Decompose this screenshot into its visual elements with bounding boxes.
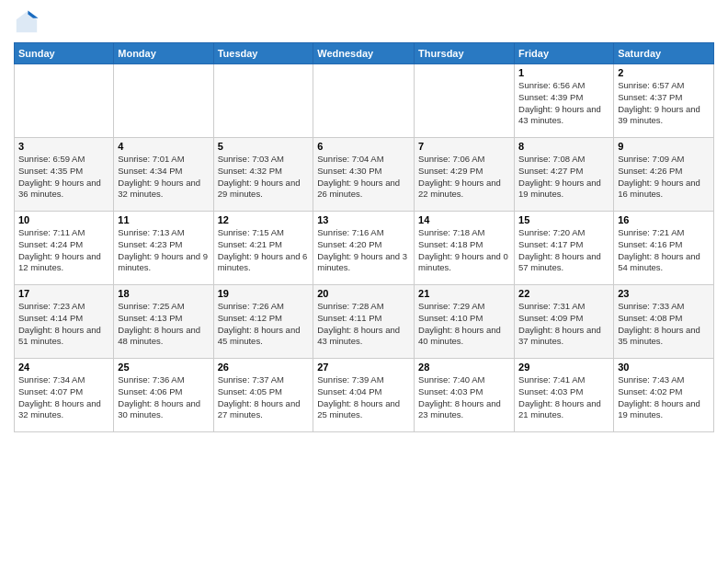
day-cell [415,64,515,138]
day-number: 5 [218,141,310,152]
day-cell: 16Sunrise: 7:21 AM Sunset: 4:16 PM Dayli… [614,212,714,285]
day-number: 1 [518,67,609,78]
day-info: Sunrise: 7:33 AM Sunset: 4:08 PM Dayligh… [618,301,710,348]
weekday-header-tuesday: Tuesday [213,43,313,64]
day-number: 25 [118,362,209,373]
day-info: Sunrise: 7:28 AM Sunset: 4:11 PM Dayligh… [317,301,410,348]
day-cell: 21Sunrise: 7:29 AM Sunset: 4:10 PM Dayli… [415,285,515,359]
day-number: 26 [218,362,310,373]
day-number: 12 [218,214,310,225]
day-cell: 29Sunrise: 7:41 AM Sunset: 4:03 PM Dayli… [515,359,614,432]
day-info: Sunrise: 7:13 AM Sunset: 4:23 PM Dayligh… [118,227,209,274]
day-cell: 13Sunrise: 7:16 AM Sunset: 4:20 PM Dayli… [313,212,415,285]
day-info: Sunrise: 7:08 AM Sunset: 4:27 PM Dayligh… [518,154,609,201]
day-number: 29 [518,362,609,373]
week-row-5: 24Sunrise: 7:34 AM Sunset: 4:07 PM Dayli… [15,359,714,432]
day-number: 15 [518,214,609,225]
day-cell: 14Sunrise: 7:18 AM Sunset: 4:18 PM Dayli… [415,212,515,285]
week-row-2: 3Sunrise: 6:59 AM Sunset: 4:35 PM Daylig… [15,138,714,212]
day-info: Sunrise: 7:11 AM Sunset: 4:24 PM Dayligh… [18,227,109,274]
day-cell: 8Sunrise: 7:08 AM Sunset: 4:27 PM Daylig… [515,138,614,212]
day-cell: 15Sunrise: 7:20 AM Sunset: 4:17 PM Dayli… [515,212,614,285]
day-info: Sunrise: 7:04 AM Sunset: 4:30 PM Dayligh… [317,154,410,201]
day-cell: 17Sunrise: 7:23 AM Sunset: 4:14 PM Dayli… [15,285,114,359]
day-number: 9 [618,141,710,152]
weekday-header-monday: Monday [114,43,213,64]
day-number: 6 [317,141,410,152]
day-number: 17 [18,288,109,299]
day-cell: 1Sunrise: 6:56 AM Sunset: 4:39 PM Daylig… [515,64,614,138]
weekday-header-saturday: Saturday [614,43,714,64]
day-number: 28 [418,362,510,373]
day-info: Sunrise: 7:31 AM Sunset: 4:09 PM Dayligh… [518,301,609,348]
weekday-header-wednesday: Wednesday [313,43,415,64]
day-cell: 25Sunrise: 7:36 AM Sunset: 4:06 PM Dayli… [114,359,213,432]
day-cell [313,64,415,138]
day-cell: 6Sunrise: 7:04 AM Sunset: 4:30 PM Daylig… [313,138,415,212]
day-number: 20 [317,288,410,299]
day-number: 2 [618,67,710,78]
page-container: SundayMondayTuesdayWednesdayThursdayFrid… [0,0,728,442]
day-info: Sunrise: 7:16 AM Sunset: 4:20 PM Dayligh… [317,227,410,274]
day-info: Sunrise: 7:39 AM Sunset: 4:04 PM Dayligh… [317,374,410,421]
day-cell: 28Sunrise: 7:40 AM Sunset: 4:03 PM Dayli… [415,359,515,432]
day-cell: 22Sunrise: 7:31 AM Sunset: 4:09 PM Dayli… [515,285,614,359]
day-cell: 4Sunrise: 7:01 AM Sunset: 4:34 PM Daylig… [114,138,213,212]
day-cell: 18Sunrise: 7:25 AM Sunset: 4:13 PM Dayli… [114,285,213,359]
week-row-1: 1Sunrise: 6:56 AM Sunset: 4:39 PM Daylig… [15,64,714,138]
day-info: Sunrise: 6:56 AM Sunset: 4:39 PM Dayligh… [518,80,609,127]
day-info: Sunrise: 7:40 AM Sunset: 4:03 PM Dayligh… [418,374,510,421]
weekday-header-thursday: Thursday [415,43,515,64]
day-info: Sunrise: 7:03 AM Sunset: 4:32 PM Dayligh… [218,154,310,201]
day-number: 16 [618,214,710,225]
day-cell: 11Sunrise: 7:13 AM Sunset: 4:23 PM Dayli… [114,212,213,285]
day-cell: 30Sunrise: 7:43 AM Sunset: 4:02 PM Dayli… [614,359,714,432]
day-number: 21 [418,288,510,299]
week-row-3: 10Sunrise: 7:11 AM Sunset: 4:24 PM Dayli… [15,212,714,285]
day-cell [15,64,114,138]
day-number: 11 [118,214,209,225]
day-cell: 24Sunrise: 7:34 AM Sunset: 4:07 PM Dayli… [15,359,114,432]
day-info: Sunrise: 7:23 AM Sunset: 4:14 PM Dayligh… [18,301,109,348]
day-cell: 19Sunrise: 7:26 AM Sunset: 4:12 PM Dayli… [213,285,313,359]
day-info: Sunrise: 7:01 AM Sunset: 4:34 PM Dayligh… [118,154,209,201]
day-cell: 2Sunrise: 6:57 AM Sunset: 4:37 PM Daylig… [614,64,714,138]
day-number: 23 [618,288,710,299]
day-cell [213,64,313,138]
day-info: Sunrise: 7:20 AM Sunset: 4:17 PM Dayligh… [518,227,609,274]
day-number: 7 [418,141,510,152]
calendar-table: SundayMondayTuesdayWednesdayThursdayFrid… [14,42,714,432]
day-number: 24 [18,362,109,373]
day-cell [114,64,213,138]
day-info: Sunrise: 7:26 AM Sunset: 4:12 PM Dayligh… [218,301,310,348]
day-info: Sunrise: 7:41 AM Sunset: 4:03 PM Dayligh… [518,374,609,421]
day-cell: 3Sunrise: 6:59 AM Sunset: 4:35 PM Daylig… [15,138,114,212]
day-info: Sunrise: 7:18 AM Sunset: 4:18 PM Dayligh… [418,227,510,274]
day-cell: 5Sunrise: 7:03 AM Sunset: 4:32 PM Daylig… [213,138,313,212]
day-number: 18 [118,288,209,299]
day-number: 27 [317,362,410,373]
day-cell: 23Sunrise: 7:33 AM Sunset: 4:08 PM Dayli… [614,285,714,359]
day-number: 22 [518,288,609,299]
logo-icon [14,9,40,35]
day-info: Sunrise: 7:09 AM Sunset: 4:26 PM Dayligh… [618,154,710,201]
day-number: 10 [18,214,109,225]
day-cell: 12Sunrise: 7:15 AM Sunset: 4:21 PM Dayli… [213,212,313,285]
header [14,9,714,35]
day-info: Sunrise: 7:25 AM Sunset: 4:13 PM Dayligh… [118,301,209,348]
day-number: 8 [518,141,609,152]
day-info: Sunrise: 7:37 AM Sunset: 4:05 PM Dayligh… [218,374,310,421]
day-cell: 20Sunrise: 7:28 AM Sunset: 4:11 PM Dayli… [313,285,415,359]
day-info: Sunrise: 7:36 AM Sunset: 4:06 PM Dayligh… [118,374,209,421]
day-info: Sunrise: 7:06 AM Sunset: 4:29 PM Dayligh… [418,154,510,201]
logo [14,9,43,35]
weekday-header-row: SundayMondayTuesdayWednesdayThursdayFrid… [15,43,714,64]
day-info: Sunrise: 7:43 AM Sunset: 4:02 PM Dayligh… [618,374,710,421]
day-info: Sunrise: 6:59 AM Sunset: 4:35 PM Dayligh… [18,154,109,201]
day-number: 14 [418,214,510,225]
day-cell: 27Sunrise: 7:39 AM Sunset: 4:04 PM Dayli… [313,359,415,432]
day-number: 30 [618,362,710,373]
day-info: Sunrise: 7:21 AM Sunset: 4:16 PM Dayligh… [618,227,710,274]
day-info: Sunrise: 7:15 AM Sunset: 4:21 PM Dayligh… [218,227,310,274]
day-number: 3 [18,141,109,152]
